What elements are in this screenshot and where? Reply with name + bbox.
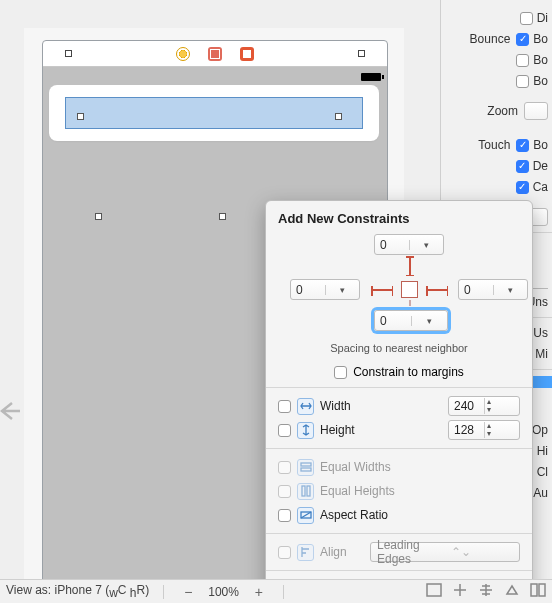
- svg-rect-1: [301, 468, 311, 471]
- spacing-top-select[interactable]: 0▾: [374, 234, 444, 255]
- checkbox[interactable]: [516, 181, 529, 194]
- spacing-bottom-select[interactable]: 0▾: [374, 310, 448, 331]
- svg-rect-5: [427, 584, 441, 596]
- toolbar-resolve-icon[interactable]: [504, 583, 520, 600]
- bounce-label: Bounce: [445, 32, 512, 46]
- toolbar-pin-icon[interactable]: [478, 583, 494, 600]
- aspect-ratio-icon: [297, 507, 314, 524]
- equal-heights-icon: [297, 483, 314, 500]
- strut-left-icon[interactable]: [371, 289, 393, 291]
- align-label: Align: [320, 545, 364, 559]
- equal-widths-label: Equal Widths: [320, 460, 520, 474]
- equal-widths-checkbox: [278, 461, 291, 474]
- aspect-ratio-label: Aspect Ratio: [320, 508, 520, 522]
- checkbox[interactable]: [520, 12, 533, 25]
- zoom-label: Zoom: [445, 104, 520, 118]
- constrain-margins-label: Constrain to margins: [353, 365, 464, 379]
- width-value-select[interactable]: 240▴▾: [448, 396, 520, 416]
- constrain-margins-checkbox[interactable]: [334, 366, 347, 379]
- device-selector[interactable]: View as: iPhone 7 (wC hR): [6, 583, 149, 600]
- checkbox[interactable]: [516, 139, 529, 152]
- selected-view[interactable]: [65, 97, 363, 129]
- equal-widths-icon: [297, 459, 314, 476]
- checkbox[interactable]: [516, 75, 529, 88]
- selection-handle[interactable]: [77, 113, 84, 120]
- selection-handle[interactable]: [219, 213, 226, 220]
- aspect-ratio-checkbox[interactable]: [278, 509, 291, 522]
- spacing-hint: Spacing to nearest neighbor: [278, 342, 520, 354]
- width-checkbox[interactable]: [278, 400, 291, 413]
- equal-heights-checkbox: [278, 485, 291, 498]
- spacing-cross: 0▾ 0▾ 0▾ 0▾ Spacing to nearest neighbor: [278, 234, 520, 360]
- checkbox[interactable]: [516, 160, 529, 173]
- checkbox[interactable]: [516, 54, 529, 67]
- toolbar-align-icon[interactable]: [426, 583, 442, 600]
- height-value-select[interactable]: 128▴▾: [448, 420, 520, 440]
- svg-rect-2: [302, 486, 305, 496]
- zoom-in-button[interactable]: +: [249, 584, 269, 600]
- svg-rect-0: [301, 463, 311, 466]
- align-checkbox: [278, 546, 291, 559]
- selection-handle[interactable]: [335, 113, 342, 120]
- height-icon: [297, 422, 314, 439]
- topbar-icon-circle[interactable]: [176, 47, 190, 61]
- constraints-popover: Add New Constraints 0▾ 0▾ 0▾ 0▾ Spacing …: [265, 200, 533, 603]
- height-label: Height: [320, 423, 442, 437]
- width-label: Width: [320, 399, 442, 413]
- checkbox[interactable]: [516, 33, 529, 46]
- spacing-right-select[interactable]: 0▾: [458, 279, 528, 300]
- status-bar: View as: iPhone 7 (wC hR) − 100% +: [0, 579, 552, 603]
- align-select: Leading Edges⌃⌄: [370, 542, 520, 562]
- spacing-left-select[interactable]: 0▾: [290, 279, 360, 300]
- zoom-select[interactable]: [524, 102, 548, 120]
- zoom-level[interactable]: 100%: [208, 585, 239, 599]
- height-checkbox[interactable]: [278, 424, 291, 437]
- battery-icon: [361, 73, 381, 81]
- selected-container[interactable]: [51, 87, 377, 139]
- touch-label: Touch: [445, 138, 512, 152]
- align-icon: [297, 544, 314, 561]
- zoom-out-button[interactable]: −: [178, 584, 198, 600]
- topbar-handle-right: [358, 50, 365, 57]
- toolbar-align2-icon[interactable]: [452, 583, 468, 600]
- popover-title: Add New Constraints: [278, 211, 520, 226]
- toolbar-embed-icon[interactable]: [530, 583, 546, 600]
- svg-rect-7: [539, 584, 545, 596]
- svg-rect-3: [307, 486, 310, 496]
- back-arrow-icon[interactable]: [0, 400, 20, 422]
- svg-rect-6: [531, 584, 537, 596]
- topbar-icon-rect[interactable]: [208, 47, 222, 61]
- strut-right-icon[interactable]: [426, 289, 448, 291]
- strut-top-icon[interactable]: [406, 256, 414, 276]
- spacing-center-icon: [401, 281, 418, 298]
- width-icon: [297, 398, 314, 415]
- selection-handle[interactable]: [95, 213, 102, 220]
- topbar-handle-left: [65, 50, 72, 57]
- label: Di: [537, 11, 548, 25]
- device-topbar: [43, 41, 387, 67]
- equal-heights-label: Equal Heights: [320, 484, 520, 498]
- topbar-icon-square[interactable]: [240, 47, 254, 61]
